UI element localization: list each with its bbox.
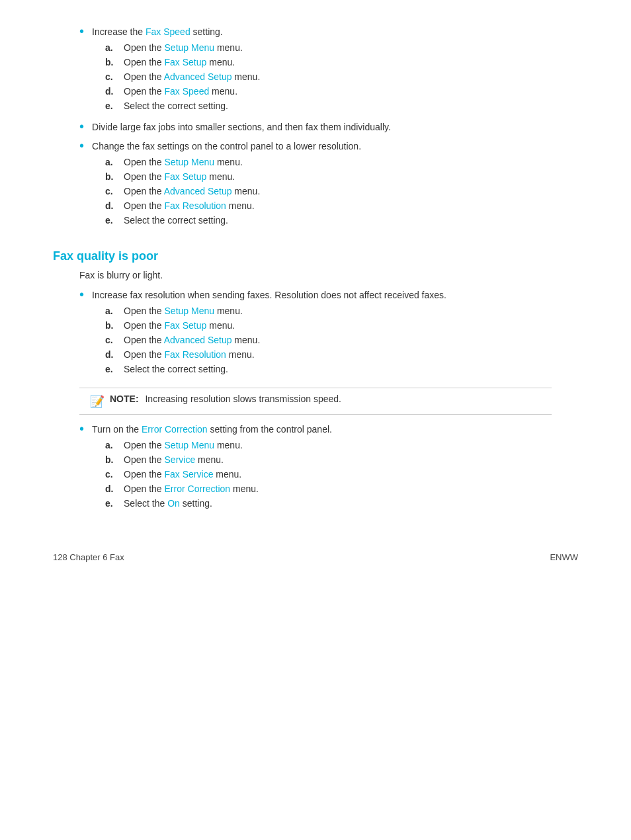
sub-list-item: e. Select the correct setting.: [92, 101, 578, 111]
sub-list-3: a. Open the Setup Menu menu. b. Open the…: [92, 157, 578, 226]
bullet-text: Divide large fax jobs into smaller secti…: [92, 122, 391, 132]
fax-setup-link[interactable]: Fax Setup: [165, 57, 207, 67]
sub-text: Open the Fax Service menu.: [124, 469, 241, 480]
sub-text: Open the Fax Setup menu.: [124, 171, 235, 182]
fax-resolution-link-2[interactable]: Fax Resolution: [165, 349, 226, 360]
setup-menu-link[interactable]: Setup Menu: [165, 42, 215, 53]
page-footer: 128 Chapter 6 Fax ENWW: [53, 552, 578, 562]
note-icon: 📝: [90, 394, 105, 409]
bullet-icon: •: [79, 287, 84, 302]
sub-list-item: e. Select the On setting.: [92, 498, 578, 509]
sub-label: a.: [105, 157, 117, 167]
bullet-icon: •: [79, 421, 84, 437]
sub-text: Select the correct setting.: [124, 215, 228, 226]
sub-label: c.: [105, 71, 117, 82]
section2-list-2: • Turn on the Error Correction setting f…: [53, 424, 578, 513]
sub-list-item: a. Open the Setup Menu menu.: [92, 306, 578, 316]
list-item-content: Increase fax resolution when sending fax…: [92, 290, 578, 378]
error-correction-link-2[interactable]: Error Correction: [165, 483, 231, 494]
sub-label: d.: [105, 483, 117, 494]
sub-label: b.: [105, 454, 117, 465]
fax-service-link[interactable]: Fax Service: [165, 469, 214, 480]
sub-list-item: c. Open the Fax Service menu.: [92, 469, 578, 480]
bullet-text: Turn on the Error Correction setting fro…: [92, 424, 332, 435]
fax-resolution-link-1[interactable]: Fax Resolution: [165, 200, 226, 211]
setup-menu-link-4[interactable]: Setup Menu: [165, 440, 215, 450]
service-link[interactable]: Service: [165, 454, 196, 465]
note-text: Increasing resolution slows transmission…: [145, 394, 341, 404]
list-item-content: Change the fax settings on the control p…: [92, 141, 578, 230]
bullet-icon: •: [79, 24, 84, 39]
sub-text: Open the Setup Menu menu.: [124, 157, 243, 167]
sub-label: b.: [105, 320, 117, 331]
sub-list-item: b. Open the Service menu.: [92, 454, 578, 465]
bullet-text: Increase fax resolution when sending fax…: [92, 290, 446, 300]
setup-menu-link-3[interactable]: Setup Menu: [165, 306, 215, 316]
sub-text: Open the Error Correction menu.: [124, 483, 259, 494]
sub-text: Open the Advanced Setup menu.: [124, 186, 260, 196]
list-item-content: Turn on the Error Correction setting fro…: [92, 424, 578, 513]
fax-setup-link-3[interactable]: Fax Setup: [165, 320, 207, 331]
advanced-setup-link-2[interactable]: Advanced Setup: [164, 186, 232, 196]
sub-text: Open the Setup Menu menu.: [124, 440, 243, 450]
note-content: NOTE: Increasing resolution slows transm…: [110, 394, 341, 404]
sub-label: e.: [105, 364, 117, 374]
sub-text: Select the correct setting.: [124, 364, 228, 374]
setup-menu-link-2[interactable]: Setup Menu: [165, 157, 215, 167]
advanced-setup-link-3[interactable]: Advanced Setup: [164, 335, 232, 345]
sub-text: Open the Fax Speed menu.: [124, 86, 237, 97]
sub-list-item: d. Open the Fax Resolution menu.: [92, 200, 578, 211]
sub-list-item: c. Open the Advanced Setup menu.: [92, 71, 578, 82]
intro-text: Fax is blurry or light.: [79, 270, 578, 280]
sub-label: c.: [105, 186, 117, 196]
sub-list-item: d. Open the Fax Resolution menu.: [92, 349, 578, 360]
bullet-text: Change the fax settings on the control p…: [92, 141, 361, 151]
sub-label: a.: [105, 42, 117, 53]
section-heading-fax-quality: Fax quality is poor: [53, 249, 578, 263]
sub-label: b.: [105, 57, 117, 67]
sub-list-item: e. Select the correct setting.: [92, 215, 578, 226]
fax-speed-link-1[interactable]: Fax Speed: [146, 26, 190, 37]
sub-label: e.: [105, 215, 117, 226]
sub-list-item: b. Open the Fax Setup menu.: [92, 57, 578, 67]
sub-text: Open the Advanced Setup menu.: [124, 71, 260, 82]
note-box: 📝 NOTE: Increasing resolution slows tran…: [79, 388, 552, 415]
footer-right: ENWW: [550, 552, 578, 562]
list-item: • Increase the Fax Speed setting. a. Ope…: [53, 26, 578, 115]
fax-setup-link-2[interactable]: Fax Setup: [165, 171, 207, 182]
sub-list-item: b. Open the Fax Setup menu.: [92, 320, 578, 331]
sub-text: Open the Setup Menu menu.: [124, 42, 243, 53]
sub-list-c1: a. Open the Setup Menu menu. b. Open the…: [92, 306, 578, 374]
sub-list-item: b. Open the Fax Setup menu.: [92, 171, 578, 182]
sub-list-item: d. Open the Error Correction menu.: [92, 483, 578, 494]
sub-label: c.: [105, 469, 117, 480]
fax-speed-link-2[interactable]: Fax Speed: [165, 86, 210, 97]
error-correction-link-1[interactable]: Error Correction: [142, 424, 208, 435]
sub-label: a.: [105, 440, 117, 450]
sub-text: Open the Fax Resolution menu.: [124, 349, 255, 360]
on-link[interactable]: On: [167, 498, 180, 509]
sub-list-item: d. Open the Fax Speed menu.: [92, 86, 578, 97]
advanced-setup-link[interactable]: Advanced Setup: [164, 71, 232, 82]
list-item: • Divide large fax jobs into smaller sec…: [53, 122, 578, 134]
list-item: • Turn on the Error Correction setting f…: [53, 424, 578, 513]
sub-label: a.: [105, 306, 117, 316]
sub-label: d.: [105, 86, 117, 97]
sub-list-item: a. Open the Setup Menu menu.: [92, 440, 578, 450]
sub-text: Open the Fax Setup menu.: [124, 57, 235, 67]
sub-text: Select the correct setting.: [124, 101, 228, 111]
sub-list-c3: a. Open the Setup Menu menu. b. Open the…: [92, 440, 578, 509]
list-item: • Increase fax resolution when sending f…: [53, 290, 578, 378]
section2-list: • Increase fax resolution when sending f…: [53, 290, 578, 378]
section1-list: • Increase the Fax Speed setting. a. Ope…: [53, 26, 578, 230]
sub-label: d.: [105, 349, 117, 360]
sub-text: Open the Setup Menu menu.: [124, 306, 243, 316]
list-item-content: Increase the Fax Speed setting. a. Open …: [92, 26, 578, 115]
sub-label: b.: [105, 171, 117, 182]
sub-list-item: a. Open the Setup Menu menu.: [92, 157, 578, 167]
bullet-icon: •: [79, 119, 84, 134]
sub-text: Open the Fax Setup menu.: [124, 320, 235, 331]
bullet-icon: •: [79, 138, 84, 153]
sub-text: Open the Service menu.: [124, 454, 224, 465]
footer-left: 128 Chapter 6 Fax: [53, 552, 124, 562]
